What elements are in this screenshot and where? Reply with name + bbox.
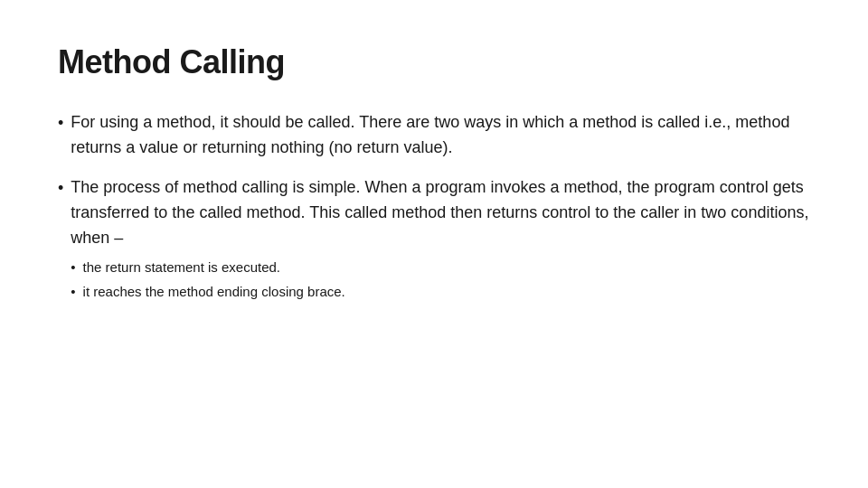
slide: Method Calling • For using a method, it … xyxy=(0,0,868,488)
content-area: • For using a method, it should be calle… xyxy=(58,110,810,452)
sub-bullet-item-1: • the return statement is executed. xyxy=(71,258,810,278)
bullet-text-content-2: The process of method calling is simple.… xyxy=(71,178,808,247)
sub-bullet-item-2: • it reaches the method ending closing b… xyxy=(71,282,810,303)
slide-title: Method Calling xyxy=(58,43,810,81)
bullet-text-1: For using a method, it should be called.… xyxy=(71,110,810,161)
bullet-text-2: The process of method calling is simple.… xyxy=(71,175,810,303)
sub-bullet-dot-1: • xyxy=(71,258,75,278)
bullet-dot-1: • xyxy=(58,111,63,136)
sub-bullet-dot-2: • xyxy=(71,282,75,303)
sub-bullets-container: • the return statement is executed. • it… xyxy=(71,258,810,302)
bullet-text-content-1: For using a method, it should be called.… xyxy=(71,113,789,156)
sub-bullet-text-1: the return statement is executed. xyxy=(83,258,280,278)
bullet-dot-2: • xyxy=(58,176,63,201)
bullet-item-2: • The process of method calling is simpl… xyxy=(58,175,810,303)
sub-bullet-text-2: it reaches the method ending closing bra… xyxy=(83,282,345,303)
bullet-item-1: • For using a method, it should be calle… xyxy=(58,110,810,161)
